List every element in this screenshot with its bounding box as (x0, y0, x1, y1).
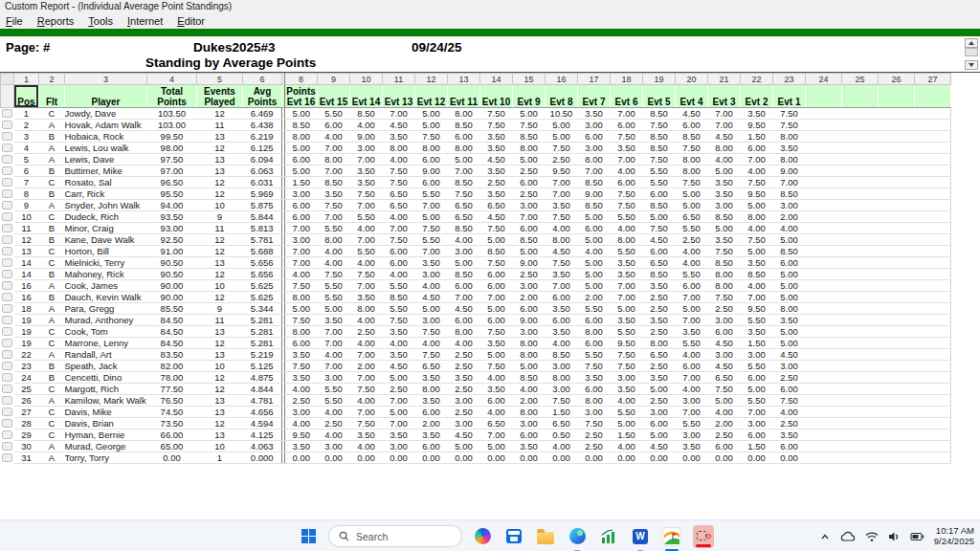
evt-5-cell[interactable]: 2.50 (643, 303, 676, 315)
empty-cell[interactable] (842, 430, 879, 441)
evt-12-cell[interactable]: 7.50 (415, 326, 448, 338)
evt-7-cell[interactable]: 5.00 (578, 211, 611, 223)
empty-cell[interactable] (842, 257, 879, 269)
empty-cell[interactable] (806, 223, 842, 234)
row-selector-button[interactable] (2, 178, 12, 187)
empty-cell[interactable] (842, 292, 879, 303)
evt-16-cell[interactable]: 3.50 (285, 441, 318, 452)
vertical-scrollbar[interactable] (965, 38, 979, 70)
empty-cell[interactable] (806, 280, 842, 292)
evt-9-cell[interactable]: 9.00 (513, 315, 546, 326)
pos-cell[interactable]: 19 (14, 315, 39, 326)
pos-cell[interactable]: 8 (14, 188, 39, 200)
evt-2-cell[interactable]: 5.00 (741, 200, 773, 211)
row-selector[interactable] (1, 361, 14, 372)
evt-11-cell[interactable]: 7.00 (448, 165, 480, 177)
scroll-down-button[interactable] (965, 60, 978, 70)
evt-1-cell[interactable]: 5.00 (773, 269, 806, 280)
player-cell[interactable]: Para, Gregg (65, 303, 147, 315)
empty-cell[interactable] (842, 108, 879, 120)
flt-cell[interactable]: B (39, 361, 65, 372)
empty-cell[interactable] (806, 177, 842, 188)
evt-12-cell[interactable]: 5.50 (415, 188, 448, 200)
evt-7-cell[interactable]: 7.50 (578, 418, 611, 430)
player-cell[interactable]: Carr, Rick (65, 188, 147, 200)
avg-points-cell[interactable]: 5.969 (243, 188, 282, 200)
evt-2-cell[interactable]: 5.00 (741, 246, 773, 257)
row-selector-button[interactable] (2, 385, 12, 393)
row-selector-button[interactable] (2, 212, 12, 221)
evt-15-cell[interactable]: 7.00 (318, 211, 350, 223)
evt-14-cell[interactable]: 7.50 (350, 384, 383, 395)
empty-cell[interactable] (915, 395, 951, 407)
evt-14-cell[interactable]: 7.00 (350, 234, 383, 246)
evt-3-cell[interactable]: 5.00 (708, 165, 741, 177)
row-selector-button[interactable] (2, 327, 12, 336)
evt-5-cell[interactable]: 5.00 (643, 211, 676, 223)
row-selector-button[interactable] (2, 247, 12, 255)
evt-14-cell[interactable]: 4.00 (350, 223, 383, 234)
evt-7-cell[interactable]: 5.00 (578, 257, 611, 269)
empty-cell[interactable] (915, 326, 951, 338)
row-selector[interactable] (1, 223, 14, 234)
evt-7-cell[interactable]: 7.50 (578, 361, 611, 372)
empty-cell[interactable] (915, 154, 951, 165)
empty-cell[interactable] (879, 349, 915, 361)
evt-12-cell[interactable]: 7.50 (415, 131, 448, 143)
row-selector-button[interactable] (2, 453, 12, 462)
evt-12-cell[interactable]: 6.00 (415, 154, 448, 165)
row-selector-button[interactable] (2, 430, 12, 439)
evt-15-cell[interactable]: 0.00 (318, 452, 350, 464)
evt-9-cell[interactable]: 8.00 (513, 349, 546, 361)
pos-cell[interactable]: 5 (14, 154, 39, 165)
evt-11-cell[interactable]: 5.00 (448, 154, 480, 165)
empty-cell[interactable] (879, 384, 915, 395)
evt-11-cell[interactable]: 8.50 (448, 120, 480, 131)
column-number[interactable]: 15 (513, 74, 546, 85)
evt-4-cell[interactable]: 7.50 (676, 143, 708, 154)
evt-7-cell[interactable]: 5.00 (578, 269, 611, 280)
pos-cell[interactable]: 19 (14, 326, 39, 338)
evt-6-cell[interactable]: 7.00 (611, 108, 643, 120)
evt-7-cell[interactable]: 5.00 (578, 234, 611, 246)
events-played-cell[interactable]: 13 (197, 349, 243, 361)
evt-1-cell[interactable]: 2.00 (773, 211, 806, 223)
empty-cell[interactable] (915, 452, 951, 464)
evt-10-cell[interactable]: 3.50 (480, 338, 513, 349)
evt-13-cell[interactable]: 6.00 (383, 257, 415, 269)
empty-cell[interactable] (879, 165, 915, 177)
evt-10-cell[interactable]: 7.50 (480, 326, 513, 338)
avg-points-cell[interactable]: 5.875 (243, 200, 282, 211)
evt-13-cell[interactable]: 8.50 (383, 292, 415, 303)
evt-2-cell[interactable]: 5.50 (741, 361, 773, 372)
store-button[interactable] (502, 524, 525, 549)
empty-cell[interactable] (915, 315, 951, 326)
empty-cell[interactable] (842, 349, 879, 361)
evt-9-cell[interactable]: 7.50 (513, 120, 546, 131)
evt-13-cell[interactable]: 7.50 (383, 315, 415, 326)
evt-3-cell[interactable]: 4.00 (708, 407, 741, 418)
empty-cell[interactable] (879, 154, 915, 165)
row-selector-button[interactable] (2, 235, 12, 244)
pos-cell[interactable]: 4 (14, 143, 39, 154)
events-played-cell[interactable]: 13 (197, 131, 243, 143)
evt-16-cell[interactable]: 4.00 (285, 384, 318, 395)
header-events-played[interactable]: EventsPlayed (197, 85, 243, 108)
events-played-cell[interactable]: 12 (197, 188, 243, 200)
evt-16-cell[interactable]: 3.50 (285, 372, 318, 384)
player-cell[interactable]: Murad, George (65, 441, 147, 452)
empty-cell[interactable] (915, 349, 951, 361)
evt-1-cell[interactable]: 8.00 (773, 131, 806, 143)
empty-cell[interactable] (879, 211, 915, 223)
evt-4-cell[interactable]: 5.00 (676, 303, 708, 315)
empty-cell[interactable] (806, 315, 842, 326)
header-evt-13[interactable]: Evt 13 (383, 85, 415, 108)
evt-1-cell[interactable]: 2.50 (773, 372, 806, 384)
row-selector-button[interactable] (2, 132, 12, 141)
evt-5-cell[interactable]: 6.50 (643, 349, 676, 361)
evt-3-cell[interactable]: 5.00 (708, 223, 741, 234)
total-points-cell[interactable]: 84.50 (147, 315, 197, 326)
row-selector-button[interactable] (2, 224, 12, 232)
evt-3-cell[interactable]: 2.50 (708, 430, 741, 441)
empty-cell[interactable] (842, 154, 879, 165)
